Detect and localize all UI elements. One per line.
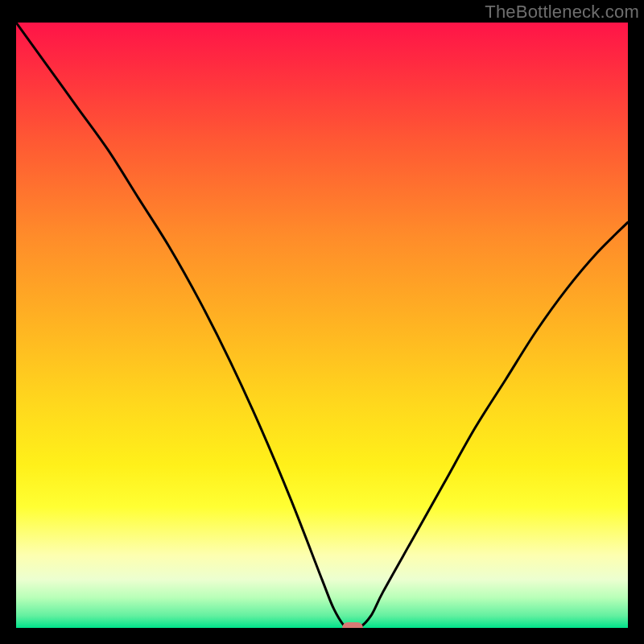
curve-path: [16, 23, 628, 628]
optimal-marker: [342, 622, 363, 628]
plot-area: [16, 23, 628, 628]
chart-frame: TheBottleneck.com: [0, 0, 644, 644]
bottleneck-curve: [16, 23, 628, 628]
watermark-text: TheBottleneck.com: [485, 2, 639, 23]
